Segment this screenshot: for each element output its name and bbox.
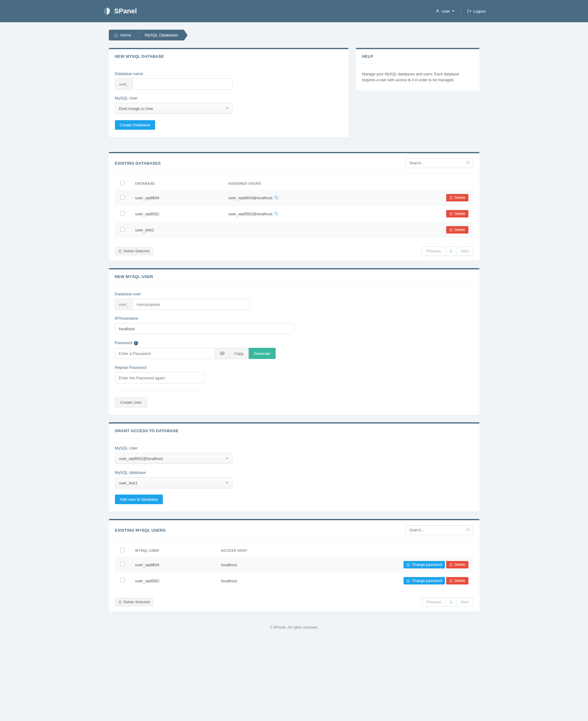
delete-selected-button[interactable]: Delete Selected xyxy=(115,247,153,255)
copy-password-button[interactable]: Copy xyxy=(229,348,249,359)
page-number[interactable]: 1 xyxy=(445,247,457,255)
shield-icon xyxy=(103,7,111,16)
user-menu[interactable]: User xyxy=(435,9,454,14)
grant-db-select[interactable]: user_test1 xyxy=(115,477,232,488)
caret-down-icon xyxy=(226,108,228,109)
pagination: Previous 1 Next xyxy=(422,597,473,607)
table-row: user_test1 Delete xyxy=(115,222,474,238)
user-name-cell: user_wp8604 xyxy=(130,557,216,573)
new-user-title: NEW MYSQL USER xyxy=(115,274,153,279)
generate-password-button[interactable]: Generate xyxy=(249,348,275,359)
db-name-label: Database name xyxy=(115,71,342,76)
col-database-header[interactable]: DATABASE xyxy=(135,182,155,185)
help-text: Manage your MySQL databases and users. E… xyxy=(362,71,474,83)
mysql-user-selected: Dont Assign a User xyxy=(119,106,153,111)
info-icon[interactable]: i xyxy=(134,341,138,345)
new-database-title: NEW MYSQL DATABASE xyxy=(115,54,164,59)
trash-icon xyxy=(449,212,453,216)
table-row: user_wp8582 user_wp8582@localhost Delete xyxy=(115,206,474,222)
copy-icon[interactable] xyxy=(274,195,278,200)
delete-button[interactable]: Delete xyxy=(446,577,468,585)
caret-down-icon xyxy=(226,482,228,484)
svg-point-0 xyxy=(437,9,438,11)
select-all-checkbox[interactable] xyxy=(120,548,125,552)
mysql-user-select[interactable]: Dont Assign a User xyxy=(115,103,232,114)
select-all-checkbox[interactable] xyxy=(120,181,125,185)
mysql-user-label: MySQL User xyxy=(115,96,342,100)
db-user-label: Database user xyxy=(115,292,474,296)
row-checkbox[interactable] xyxy=(120,227,125,232)
home-icon xyxy=(114,34,118,37)
grant-user-select[interactable]: user_wp8582@localhost xyxy=(115,453,232,464)
db-name-input[interactable] xyxy=(132,79,232,90)
new-database-card: NEW MYSQL DATABASE Database name user_ M… xyxy=(109,48,349,137)
breadcrumb-home[interactable]: Home xyxy=(109,30,137,40)
row-checkbox[interactable] xyxy=(120,562,125,567)
db-user-prefix: user_ xyxy=(115,299,133,310)
svg-point-5 xyxy=(466,528,469,531)
grant-db-label: MySQL database xyxy=(115,470,474,475)
grant-access-title: GRANT ACCESS TO DATABASE xyxy=(115,428,178,433)
delete-selected-button[interactable]: Delete Selected xyxy=(115,598,153,606)
delete-button[interactable]: Delete xyxy=(446,210,468,217)
grant-db-selected: user_test1 xyxy=(119,481,138,485)
existing-databases-card: EXISTING DATABASES DATABASE↑↓ ASSIGNED U… xyxy=(109,152,480,261)
next-page[interactable]: Next xyxy=(457,247,473,255)
row-checkbox[interactable] xyxy=(120,211,125,216)
copy-icon[interactable] xyxy=(274,212,278,216)
change-password-button[interactable]: Change password xyxy=(403,577,445,585)
grant-user-label: MySQL User xyxy=(115,446,474,450)
col-user-header[interactable]: MYSQL USER xyxy=(135,549,160,552)
trash-icon xyxy=(118,600,122,604)
delete-button[interactable]: Delete xyxy=(446,226,468,234)
trash-icon xyxy=(118,250,122,253)
add-user-to-db-button[interactable]: Add user to database xyxy=(115,494,163,504)
delete-button[interactable]: Delete xyxy=(446,561,468,568)
repeat-password-input[interactable] xyxy=(115,372,205,383)
row-checkbox[interactable] xyxy=(120,195,125,199)
prev-page[interactable]: Previous xyxy=(422,598,445,607)
caret-down-icon xyxy=(226,458,228,459)
existing-users-title: EXISTING MYSQL USERS xyxy=(115,528,166,533)
col-assigned-header[interactable]: ASSIGNED USERS xyxy=(228,182,261,185)
db-search-input[interactable] xyxy=(405,158,474,168)
prev-page[interactable]: Previous xyxy=(422,247,445,255)
db-name-cell: user_wp8582 xyxy=(130,206,224,222)
page-number[interactable]: 1 xyxy=(445,598,457,607)
user-search-input[interactable] xyxy=(405,525,474,535)
change-password-button[interactable]: Change password xyxy=(403,561,445,568)
search-icon xyxy=(466,161,470,166)
create-database-button[interactable]: Create Database xyxy=(115,120,155,130)
pagination: Previous 1 Next xyxy=(422,247,473,256)
trash-icon xyxy=(449,228,453,232)
next-page[interactable]: Next xyxy=(457,598,473,607)
password-label: Passwordi xyxy=(115,340,474,345)
breadcrumb-current-label: MySQL Databases xyxy=(145,33,178,37)
user-name-cell: user_wp8582 xyxy=(130,573,216,589)
logout-button[interactable]: Logout xyxy=(467,9,486,14)
sort-icon: ↑↓ xyxy=(248,549,252,552)
breadcrumb: Home MySQL Databases xyxy=(109,30,480,40)
sort-icon: ↑↓ xyxy=(378,182,381,185)
svg-rect-2 xyxy=(276,197,278,199)
host-cell: localhost xyxy=(216,573,307,589)
row-checkbox[interactable] xyxy=(120,578,125,582)
delete-button[interactable]: Delete xyxy=(446,194,468,202)
trash-icon xyxy=(449,579,453,582)
users-table: MYSQL USER↑↓ ACCESS HOST↑↓ user_wp8604 l… xyxy=(115,544,474,589)
existing-databases-title: EXISTING DATABASES xyxy=(115,161,161,166)
col-host-header[interactable]: ACCESS HOST xyxy=(221,549,247,552)
host-input[interactable] xyxy=(115,323,294,334)
table-row: user_wp8582 localhost Change password De… xyxy=(115,573,474,589)
db-name-cell: user_test1 xyxy=(130,222,224,238)
logout-label: Logout xyxy=(474,9,486,14)
db-user-input[interactable] xyxy=(132,299,250,310)
svg-rect-3 xyxy=(276,213,278,215)
logo[interactable]: SPanel xyxy=(103,7,137,16)
create-user-button[interactable]: Create User xyxy=(115,397,147,407)
assigned-user-cell: user_wp8582@localhost xyxy=(228,212,273,216)
sort-icon: ↑↓ xyxy=(156,182,160,185)
toggle-password-button[interactable] xyxy=(215,348,229,359)
grant-access-card: GRANT ACCESS TO DATABASE MySQL User user… xyxy=(109,422,480,512)
password-input[interactable] xyxy=(115,348,215,359)
